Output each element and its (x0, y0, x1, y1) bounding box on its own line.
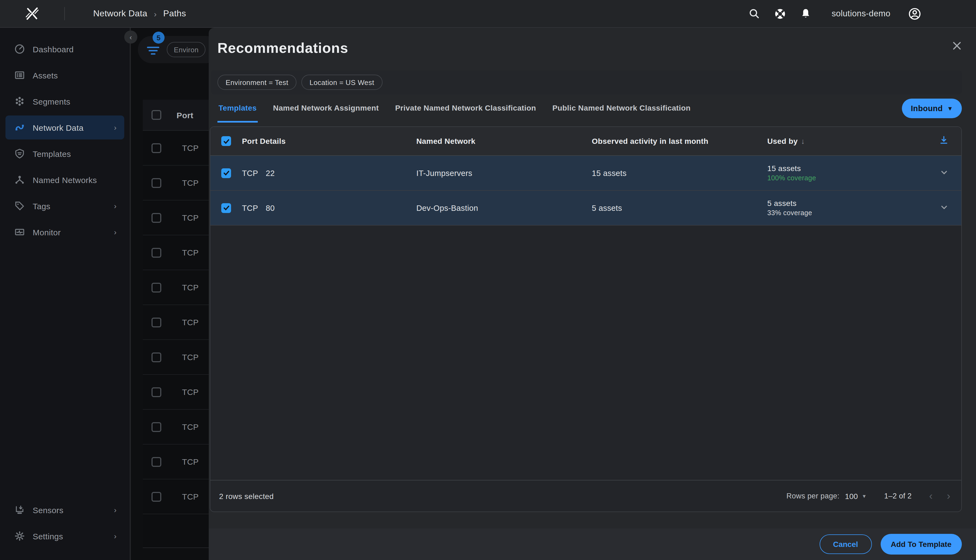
column-used-by[interactable]: Used by↓ (767, 137, 926, 145)
checkbox-unchecked[interactable] (152, 457, 161, 467)
monitor-chart-icon (14, 227, 25, 238)
sidebar-item-sensors[interactable]: Sensors › (5, 498, 124, 522)
network-route-icon (14, 122, 25, 133)
background-row-protocol: TCP (182, 352, 199, 362)
background-table-row[interactable]: TCP (143, 131, 209, 166)
checkbox-unchecked[interactable] (152, 248, 161, 257)
recommendations-table: Port Details Named Network Observed acti… (210, 127, 962, 512)
notifications-bell-icon[interactable] (796, 4, 815, 23)
checkbox-unchecked[interactable] (152, 282, 161, 292)
sidebar-item-segments[interactable]: Segments (5, 89, 124, 113)
row-checkbox[interactable] (221, 168, 231, 178)
dashboard-gauge-icon (14, 43, 25, 55)
checkbox-unchecked[interactable] (152, 387, 161, 397)
sidebar-item-monitor[interactable]: Monitor › (5, 220, 124, 244)
sidebar-item-templates[interactable]: Templates (5, 142, 124, 166)
filter-lines-icon[interactable] (147, 44, 161, 58)
breadcrumb-parent[interactable]: Network Data (93, 9, 147, 18)
tab-named-network-assignment[interactable]: Named Network Assignment (272, 94, 380, 123)
breadcrumb-separator: › (154, 9, 157, 18)
background-row-protocol: TCP (182, 178, 199, 187)
account-avatar-icon[interactable] (905, 4, 924, 23)
checkbox-unchecked[interactable] (152, 352, 161, 362)
background-table-row[interactable]: TCP (143, 445, 209, 479)
chevron-right-icon: › (114, 123, 117, 132)
background-table-row[interactable]: TCP (143, 479, 209, 514)
column-observed-activity[interactable]: Observed activity in last month (592, 137, 767, 145)
table-footer: 2 rows selected Rows per page: 100 ▼ 1–2… (210, 480, 961, 512)
sidebar-item-label: Segments (33, 97, 70, 106)
chevron-right-icon: › (114, 532, 117, 540)
column-port-details[interactable]: Port Details (242, 137, 416, 145)
tag-icon (14, 200, 25, 212)
background-row-protocol: TCP (182, 387, 199, 397)
background-blank-row (143, 514, 209, 548)
coverage-text: 100% coverage (767, 174, 926, 182)
sidebar-item-network-data[interactable]: Network Data › (5, 115, 124, 140)
sidebar-bottom: Sensors › Settings › (0, 498, 130, 560)
background-table-row[interactable]: TCP (143, 305, 209, 340)
filter-chip-environment[interactable]: Environment = Test (217, 75, 297, 90)
sidebar-item-dashboard[interactable]: Dashboard (5, 37, 124, 61)
background-table: Port TCP TCP TCP TCP TCP TCP (143, 100, 209, 548)
chevron-down-icon[interactable] (940, 203, 948, 213)
cell-observed: 15 assets (592, 168, 767, 177)
download-icon[interactable] (939, 135, 949, 147)
cell-named-network: Dev-Ops-Bastion (416, 203, 592, 212)
close-icon[interactable] (951, 40, 963, 52)
breadcrumb-current: Paths (163, 9, 186, 18)
background-filter-chip[interactable]: Environ (167, 42, 206, 57)
background-table-row[interactable]: TCP (143, 270, 209, 305)
column-named-network[interactable]: Named Network (416, 137, 592, 145)
background-table-row[interactable]: TCP (143, 166, 209, 200)
background-table-row[interactable]: TCP (143, 200, 209, 235)
checkbox-unchecked[interactable] (152, 422, 161, 432)
select-all-checkbox[interactable] (221, 136, 231, 146)
background-table-row[interactable]: TCP (143, 375, 209, 410)
background-table-row[interactable]: TCP (143, 235, 209, 270)
username[interactable]: solutions-demo (832, 9, 891, 18)
next-page-button[interactable]: › (947, 491, 950, 501)
sidebar-item-tags[interactable]: Tags › (5, 194, 124, 218)
tab-public-named-network-classification[interactable]: Public Named Network Classification (551, 94, 692, 123)
background-table-row[interactable]: TCP (143, 410, 209, 445)
background-column-port: Port (177, 110, 194, 120)
checkbox-unchecked[interactable] (152, 143, 161, 153)
search-icon[interactable] (745, 4, 764, 23)
checkbox-unchecked[interactable] (152, 492, 161, 502)
previous-page-button[interactable]: ‹ (929, 491, 933, 501)
tab-private-named-network-classification[interactable]: Private Named Network Classification (394, 94, 537, 123)
help-ring-icon[interactable] (771, 4, 789, 23)
app-logo[interactable] (0, 4, 64, 23)
background-table-row[interactable]: TCP (143, 340, 209, 375)
table-empty-area (210, 225, 961, 480)
cancel-button[interactable]: Cancel (819, 534, 872, 554)
selection-count: 2 rows selected (219, 492, 274, 500)
tab-templates[interactable]: Templates (217, 94, 258, 123)
add-to-template-button[interactable]: Add To Template (880, 534, 962, 555)
checkbox-unchecked[interactable] (152, 178, 161, 188)
chevron-down-icon[interactable] (940, 168, 948, 178)
sidebar-item-settings[interactable]: Settings › (5, 524, 124, 548)
chevron-right-icon: › (114, 202, 117, 210)
sidebar-item-assets[interactable]: Assets (5, 63, 124, 87)
direction-label: Inbound (911, 104, 943, 113)
background-row-protocol: TCP (182, 213, 199, 222)
direction-dropdown-button[interactable]: Inbound ▼ (902, 98, 962, 118)
background-row-protocol: TCP (182, 283, 199, 292)
rows-per-page-select[interactable]: 100 ▼ (845, 492, 867, 500)
checkbox-unchecked[interactable] (152, 213, 161, 223)
checkbox-unchecked[interactable] (152, 317, 161, 327)
table-row[interactable]: TCP80 Dev-Ops-Bastion 5 assets 5 assets … (210, 191, 961, 225)
table-row[interactable]: TCP22 IT-Jumpservers 15 assets 15 assets… (210, 156, 961, 191)
sidebar-item-named-networks[interactable]: Named Networks (5, 168, 124, 192)
logo-x-icon (23, 4, 42, 23)
caret-down-icon: ▼ (862, 493, 867, 499)
topbar-right: solutions-demo (745, 4, 976, 23)
filter-chip-location[interactable]: Location = US West (301, 75, 382, 90)
checkbox-unchecked[interactable] (152, 110, 161, 120)
sidebar-collapse-button[interactable]: ‹ (124, 30, 137, 43)
row-checkbox[interactable] (221, 203, 231, 213)
background-table-header: Port (143, 100, 209, 131)
background-page: 5 Environ Port TCP TCP TCP TCP (132, 28, 209, 560)
